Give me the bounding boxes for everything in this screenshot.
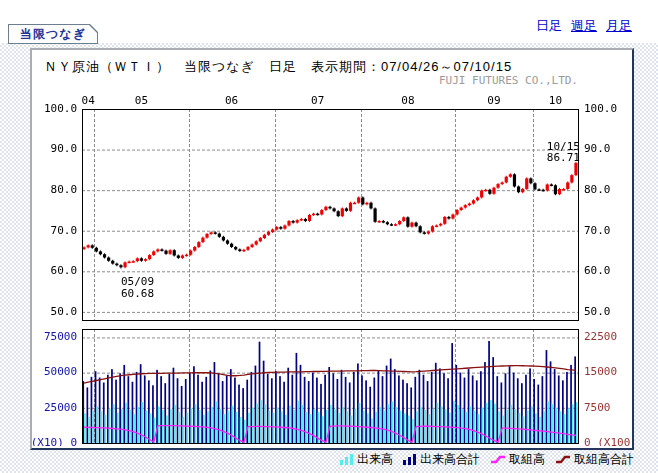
nav-link-monthly[interactable]: 月足 [606, 17, 632, 35]
volume-bars-icon [340, 454, 354, 465]
open-interest-line-icon [490, 454, 506, 465]
legend-label: 出来高合計 [420, 451, 480, 468]
legend-item-oi-total: 取組高合計 [555, 451, 634, 468]
legend-label: 取組高合計 [574, 451, 634, 468]
legend-item-volume-total: 出来高合計 [403, 451, 480, 468]
nav-link-weekly[interactable]: 週足 [571, 17, 597, 35]
company-name: FUJI FUTURES CO.,LTD. [439, 74, 578, 87]
legend-item-volume: 出来高 [340, 451, 393, 468]
legend-label: 取組高 [509, 451, 545, 468]
chart-panel: ＮＹ原油（ＷＴＩ） 当限つなぎ 日足 表示期間：07/04/26～07/10/1… [30, 48, 634, 450]
tab-label: 当限つなぎ [9, 25, 97, 43]
volume-total-bars-icon [403, 454, 417, 465]
chart-period-nav: 日足 週足 月足 [536, 17, 632, 35]
legend-label: 出来高 [357, 451, 393, 468]
price-volume-chart [32, 90, 632, 446]
tab-front-month-continuation[interactable]: 当限つなぎ [8, 24, 98, 44]
legend-item-open-interest: 取組高 [490, 451, 545, 468]
oi-total-line-icon [555, 454, 571, 465]
chart-legend: 出来高 出来高合計 取組高 取組高合計 [340, 451, 634, 468]
nav-link-daily[interactable]: 日足 [536, 17, 562, 35]
